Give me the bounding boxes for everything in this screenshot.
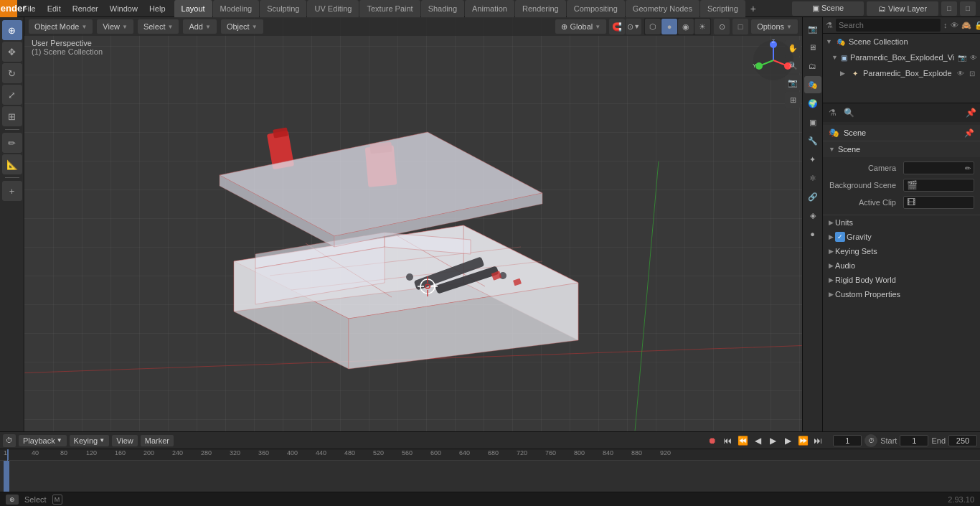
tool-annotate[interactable]: ✏ — [2, 133, 22, 153]
gravity-section[interactable]: ▶ ✓ Gravity — [823, 230, 980, 244]
record-button[interactable]: ⏺ — [706, 434, 719, 447]
prev-keyframe-button[interactable]: ⏪ — [736, 434, 749, 447]
scene-section-header[interactable]: ▼ Scene — [823, 141, 980, 157]
prop-constraints-icon[interactable]: 🔗 — [804, 188, 821, 205]
tab-layout[interactable]: Layout — [174, 0, 212, 17]
menu-help[interactable]: Help — [143, 0, 171, 17]
prop-modifier-icon[interactable]: 🔧 — [804, 132, 821, 149]
menu-window[interactable]: Window — [104, 0, 143, 17]
tab-uv-editing[interactable]: UV Editing — [307, 0, 359, 17]
prop-world-icon[interactable]: 🌍 — [804, 95, 821, 112]
custom-props-section[interactable]: ▶ Custom Properties — [823, 287, 980, 301]
outliner-item-1[interactable]: ▼ ▣ Paramedic_Box_Exploded_Vi 📷 👁 ⊡ — [823, 50, 980, 65]
prop-data-icon[interactable]: ◈ — [804, 207, 821, 224]
timeline-track[interactable]: 1 40 80 120 160 200 240 280 320 360 400 … — [0, 449, 980, 492]
pt-search[interactable]: 🔍 — [841, 105, 857, 121]
next-frame-button[interactable]: ▶ — [781, 434, 794, 447]
tool-measure[interactable]: 📐 — [2, 154, 22, 174]
keying-menu[interactable]: Keying ▼ — [70, 435, 110, 446]
play-button[interactable]: ▶ — [766, 434, 779, 447]
tab-rendering[interactable]: Rendering — [515, 0, 566, 17]
start-frame-input[interactable]: 1 — [900, 435, 928, 446]
axis-gizmo[interactable]: Z X Y — [752, 39, 795, 82]
tool-scale[interactable]: ⤢ — [2, 85, 22, 105]
add-menu[interactable]: Add ▼ — [183, 19, 217, 34]
outliner-scene-collection[interactable]: ▼ 🎭 Scene Collection — [823, 34, 980, 50]
rigid-body-section[interactable]: ▶ Rigid Body World — [823, 273, 980, 287]
prop-physics-icon[interactable]: ⚛ — [804, 169, 821, 187]
material-shading[interactable]: ◉ — [678, 19, 694, 34]
timeline-type-selector[interactable]: ⏱ — [3, 434, 16, 447]
next-keyframe-button[interactable]: ⏩ — [796, 434, 809, 447]
wireframe-shading[interactable]: ⬡ — [645, 19, 661, 34]
gravity-checkbox[interactable]: ✓ — [835, 232, 845, 242]
end-frame-input[interactable]: 250 — [948, 435, 977, 446]
prop-particles-icon[interactable]: ✦ — [804, 151, 821, 168]
prop-object-icon[interactable]: ▣ — [804, 113, 821, 131]
transform-selector[interactable]: ⊕ Global ▼ — [555, 19, 606, 34]
grid-view-icon[interactable]: ⊞ — [785, 92, 801, 108]
keying-sets-section[interactable]: ▶ Keying Sets — [823, 244, 980, 258]
tool-move[interactable]: ✥ — [2, 42, 22, 62]
outliner-view-icon[interactable]: 👁 — [951, 19, 958, 32]
playback-menu[interactable]: Playback ▼ — [19, 435, 67, 446]
prop-render-icon[interactable]: 📷 — [804, 20, 821, 37]
options-menu[interactable]: Options ▼ — [751, 19, 798, 34]
tab-modeling[interactable]: Modeling — [213, 0, 260, 17]
menu-render[interactable]: Render — [67, 0, 104, 17]
view-menu[interactable]: View ▼ — [97, 19, 133, 34]
menu-file[interactable]: File — [17, 0, 42, 17]
tab-texture-paint[interactable]: Texture Paint — [359, 0, 420, 17]
item2-select-action[interactable]: ⊡ — [967, 68, 977, 78]
prop-output-icon[interactable]: 🖥 — [804, 39, 821, 56]
pt-filter[interactable]: ⚗ — [824, 105, 840, 121]
tab-shading[interactable]: Shading — [421, 0, 464, 17]
item2-hide-action[interactable]: 👁 — [956, 68, 966, 78]
outliner-sort-icon[interactable]: ↕ — [943, 19, 948, 32]
camera-eyedropper-icon[interactable]: ✏ — [965, 164, 971, 172]
viewport-canvas[interactable]: User Perspective (1) Scene Collection — [24, 17, 802, 431]
view-layer-selector[interactable]: 🗂 View Layer — [867, 1, 938, 16]
frame-clock-icon[interactable]: ⏱ — [864, 434, 877, 447]
scene-header-pin[interactable]: 📌 — [964, 128, 974, 138]
tool-add[interactable]: + — [2, 181, 22, 201]
overlay-toggle[interactable]: ⊙ — [714, 19, 730, 34]
outliner-hide-icon[interactable]: 🙈 — [961, 19, 971, 32]
object-menu[interactable]: Object ▼ — [221, 19, 263, 34]
item1-hide-action[interactable]: 👁 — [969, 52, 979, 62]
prop-view-layer-icon[interactable]: 🗂 — [804, 57, 821, 75]
tab-animation[interactable]: Animation — [465, 0, 514, 17]
tool-rotate[interactable]: ↻ — [2, 63, 22, 83]
proportional-toggle[interactable]: ⊙ ▼ — [626, 19, 641, 34]
tool-transform[interactable]: ⊞ — [2, 106, 22, 126]
item1-camera-action[interactable]: 📷 — [957, 52, 967, 62]
select-menu[interactable]: Select ▼ — [138, 19, 179, 34]
tab-compositing[interactable]: Compositing — [567, 0, 625, 17]
outliner-filter-icon[interactable]: ⚗ — [826, 19, 833, 32]
solid-shading[interactable]: ● — [661, 19, 677, 34]
viewport-3d[interactable]: Object Mode ▼ View ▼ Select ▼ Add ▼ Obje… — [24, 17, 802, 431]
active-clip-value[interactable]: 🎞 — [903, 196, 974, 209]
tool-cursor[interactable]: ⊕ — [2, 20, 22, 40]
marker-menu[interactable]: Marker — [141, 435, 174, 446]
add-workspace-button[interactable]: + — [746, 0, 760, 17]
snap-toggle[interactable]: 🧲 — [609, 19, 625, 34]
tab-geometry-nodes[interactable]: Geometry Nodes — [626, 0, 699, 17]
outliner-search-input[interactable] — [836, 19, 941, 32]
camera-value[interactable]: ✏ — [903, 161, 974, 174]
rendered-shading[interactable]: ☀ — [694, 19, 710, 34]
outliner-item-2[interactable]: ▶ ✦ Paramedic_Box_Explode 👁 ⊡ — [823, 65, 980, 81]
bg-scene-value[interactable]: 🎬 — [903, 179, 974, 192]
menu-edit[interactable]: Edit — [42, 0, 67, 17]
current-frame-input[interactable]: 1 — [833, 435, 862, 446]
jump-start-button[interactable]: ⏮ — [721, 434, 734, 447]
status-icon[interactable]: ⊕ — [6, 495, 19, 505]
view-menu-tl[interactable]: View — [112, 435, 138, 446]
prev-frame-button[interactable]: ◀ — [751, 434, 764, 447]
xray-toggle[interactable]: □ — [732, 19, 748, 34]
toggle-button-2[interactable]: □ — [960, 1, 976, 16]
audio-section[interactable]: ▶ Audio — [823, 258, 980, 273]
units-section[interactable]: ▶ Units — [823, 215, 980, 230]
tab-sculpting[interactable]: Sculpting — [260, 0, 306, 17]
prop-material-icon[interactable]: ● — [804, 225, 821, 243]
